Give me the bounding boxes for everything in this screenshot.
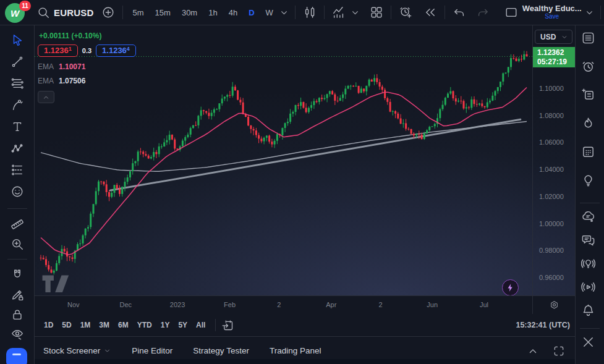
timeframe-W[interactable]: W	[262, 6, 278, 20]
hotlists-button[interactable]	[581, 116, 598, 133]
last-price-countdown-label[interactable]: 1.12362 05:27:19	[533, 47, 575, 67]
zoom-in-tool-button[interactable]	[9, 236, 25, 252]
bar-replay-button[interactable]	[420, 3, 440, 22]
text-tool-button[interactable]	[9, 119, 25, 135]
lock-icon	[11, 308, 24, 321]
price-tick-label: 1.06000	[533, 138, 571, 146]
currency-selector[interactable]: USD	[535, 30, 572, 44]
chat-button[interactable]	[581, 210, 598, 227]
range-6M-button[interactable]: 6M	[114, 318, 133, 332]
range-1M-button[interactable]: 1M	[76, 318, 95, 332]
fib-retracement-tool-button[interactable]	[9, 75, 25, 91]
undo-button[interactable]	[449, 3, 469, 22]
bell-icon	[581, 303, 598, 321]
notifications-button[interactable]	[581, 303, 598, 321]
price-axis[interactable]: USD 1.12362 05:27:19 1.100001.080001.060…	[532, 25, 575, 295]
cursor-tool-button[interactable]	[9, 32, 25, 48]
account-menu-button[interactable]: W 11	[5, 1, 30, 23]
streams-button[interactable]	[581, 280, 598, 297]
buy-ask-button[interactable]: 1.12364	[96, 44, 136, 57]
symbol-name[interactable]: EURUSD	[54, 7, 94, 18]
maximize-panel-button[interactable]	[550, 342, 568, 360]
divider	[391, 6, 391, 19]
layout-templates-button[interactable]	[367, 3, 386, 22]
redo-button[interactable]	[473, 3, 493, 22]
range-3M-button[interactable]: 3M	[95, 318, 114, 332]
range-All-button[interactable]: All	[192, 318, 210, 332]
calendar-button[interactable]	[581, 145, 598, 162]
magnet-tool-button[interactable]	[9, 267, 25, 283]
ideas-button[interactable]	[581, 173, 598, 190]
price-tick-label: 1.02000	[533, 193, 571, 200]
notes-button[interactable]	[581, 88, 598, 105]
time-axis-label: 2023	[170, 301, 185, 308]
forecast-icon	[11, 163, 24, 177]
replay-rewind-icon	[423, 6, 437, 19]
strategy-tester-tab[interactable]: Strategy Tester	[193, 346, 249, 355]
symbol-search-button[interactable]	[33, 3, 53, 22]
stock-screener-tab[interactable]: Stock Screener	[43, 346, 111, 355]
trading-panel-tab[interactable]: Trading Panel	[270, 346, 321, 355]
save-link[interactable]: Save	[545, 14, 559, 20]
timeframe-D[interactable]: D	[244, 6, 258, 20]
eye-off-icon	[11, 328, 24, 341]
x-feed-button[interactable]	[581, 335, 598, 352]
timeframe-30m[interactable]: 30m	[177, 6, 202, 20]
range-1D-button[interactable]: 1D	[40, 318, 57, 332]
drawing-lock-tool-button[interactable]	[9, 287, 25, 303]
ema-fast-legend-row[interactable]: EMA 1.10071	[38, 62, 136, 71]
ema-slow-legend-row[interactable]: EMA 1.07506	[38, 77, 136, 85]
range-5Y-button[interactable]: 5Y	[174, 318, 192, 332]
chart-style-button[interactable]	[300, 3, 320, 22]
compare-add-symbol-button[interactable]	[98, 3, 118, 22]
timeframe-menu-button[interactable]	[278, 3, 291, 22]
clock-utc[interactable]: 15:32:41 (UTC)	[516, 321, 570, 329]
brush-tool-button[interactable]	[9, 97, 25, 113]
timeframe-1h[interactable]: 1h	[204, 6, 221, 20]
forecast-tool-button[interactable]	[9, 162, 25, 178]
conversations-button[interactable]	[581, 233, 598, 250]
range-1Y-button[interactable]: 1Y	[156, 318, 174, 332]
trend-line-tool-button[interactable]	[9, 54, 25, 70]
top-toolbar: W 11 EURUSD 5m15m30m1h4hDW	[0, 0, 604, 25]
watchlist-button[interactable]	[581, 31, 598, 48]
tab-label: Trading Panel	[270, 346, 321, 355]
timeframe-5m[interactable]: 5m	[129, 6, 148, 20]
pattern-tool-button[interactable]	[9, 140, 25, 156]
timeframe-15m[interactable]: 15m	[151, 6, 175, 20]
expand-panel-button[interactable]	[524, 342, 542, 360]
sell-bid-button[interactable]: 1.12361	[38, 44, 78, 57]
emoji-tool-button[interactable]	[9, 184, 25, 200]
indicators-menu-button[interactable]	[349, 3, 362, 22]
create-alert-button[interactable]	[396, 3, 415, 22]
divider	[122, 6, 123, 19]
lock-all-tool-button[interactable]	[9, 307, 25, 323]
collapse-legend-button[interactable]	[38, 91, 54, 103]
chart-pane[interactable]: +0.00111 (+0.10%) 1.12361 0.3 1.12364 EM…	[35, 25, 532, 295]
date-range-toolbar: 1D5D1M3M6MYTD1Y5YAll15:32:41 (UTC)	[35, 314, 575, 337]
pine-editor-tab[interactable]: Pine Editor	[132, 346, 172, 355]
measure-tool-button[interactable]	[9, 216, 25, 232]
bid-ask-row: 1.12361 0.3 1.12364	[38, 44, 136, 57]
save-layout-box-button[interactable]	[501, 3, 521, 22]
layout-menu-button[interactable]	[583, 3, 596, 22]
range-YTD-button[interactable]: YTD	[133, 318, 156, 332]
emoji-icon	[11, 185, 24, 198]
time-axis[interactable]: NovDec2023Feb2Apr2JunJul	[35, 296, 532, 314]
indicators-button[interactable]	[329, 3, 349, 22]
support-chat-bubble[interactable]	[6, 348, 27, 364]
axis-settings-corner	[532, 296, 575, 314]
price-tick-label: 0.96000	[533, 274, 571, 281]
alerts-button[interactable]	[581, 59, 598, 77]
live-ideas-button[interactable]	[581, 256, 598, 274]
go-to-date-button[interactable]	[221, 319, 234, 332]
boost-lightning-button[interactable]	[502, 279, 519, 295]
hide-drawings-tool-button[interactable]	[9, 326, 25, 342]
range-5D-button[interactable]: 5D	[57, 318, 75, 332]
divider	[600, 6, 601, 19]
time-axis-label: Nov	[67, 301, 80, 308]
timeframe-4h[interactable]: 4h	[224, 6, 242, 20]
gear-icon[interactable]	[549, 300, 559, 310]
ema-fast-value: 1.10071	[59, 62, 85, 71]
layout-name-button[interactable]: Wealthy Educ... Save	[522, 4, 582, 20]
